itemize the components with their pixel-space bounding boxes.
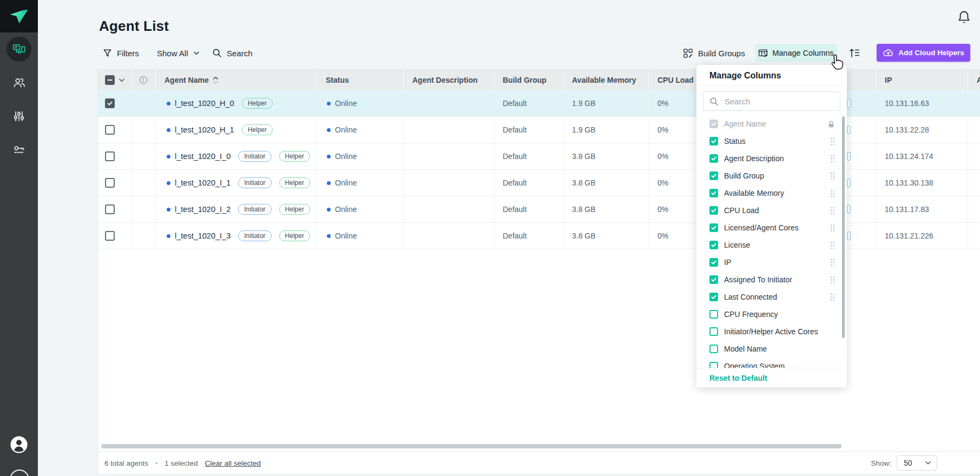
horizontal-scrollbar[interactable] [101,444,841,448]
badge-helper: Helper [242,98,273,109]
popup-item-label: Licensed/Agent Cores [724,223,824,232]
row-checkbox[interactable] [105,204,115,214]
row-checkbox[interactable] [105,178,115,188]
popup-column-list: Agent NameStatusAgent DescriptionBuild G… [696,115,847,368]
page-size-select[interactable]: 50 [897,455,937,471]
license-pill-fragment [847,205,851,214]
sidebar-item-settings[interactable] [0,100,38,133]
show-all-dropdown[interactable]: Show All [157,42,200,64]
cell-mem: 1.9 GB [563,90,649,116]
column-label-status: Status [326,76,349,84]
column-header-assigned: A [968,70,980,90]
clear-all-selected-link[interactable]: Clear all selected [205,459,261,467]
incredibuild-logo[interactable] [0,0,38,32]
drag-handle-icon[interactable] [830,189,835,197]
column-header-name[interactable]: Agent Name [156,70,317,90]
cell-select [98,170,131,196]
settings-icon [12,110,25,123]
reset-to-default-link[interactable]: Reset to Default [696,368,847,387]
select-menu-chevron-icon[interactable] [119,78,125,83]
column-header-alert [131,70,156,90]
popup-item-label: Assigned To Initiator [724,275,824,284]
agent-name: l_test_1020_H_1 [175,125,234,134]
user-avatar-icon[interactable] [10,435,28,454]
cell-desc [404,170,494,196]
sort-order-button[interactable] [849,47,861,60]
popup-item-label: Available Memory [724,189,824,197]
drag-handle-icon[interactable] [830,241,835,249]
logo-mark-icon [8,8,30,25]
column-label-cpu: CPU Load [657,76,694,84]
build-text: Default [503,152,527,161]
select-all-checkbox[interactable] [105,75,115,85]
table-row[interactable]: l_test_1020_I_0InitiatorHelperOnlineDefa… [98,143,980,170]
drag-handle-icon[interactable] [830,259,835,267]
table-row[interactable]: l_test_1020_I_2InitiatorHelperOnlineDefa… [98,196,980,223]
column-header-mem: Available Memory [563,70,649,90]
cell-select [98,223,131,249]
sidebar-item-users[interactable] [0,66,38,100]
row-checkbox[interactable] [105,98,115,108]
popup-checkbox[interactable] [709,137,718,146]
table-row[interactable]: l_test_1020_I_1InitiatorHelperOnlineDefa… [98,170,980,196]
status-text: Online [335,99,357,108]
table-row[interactable]: l_test_1020_H_1HelperOnlineDefault1.9 GB… [98,117,980,143]
popup-item: License [696,236,847,254]
popup-search-input[interactable] [724,96,840,107]
popup-checkbox[interactable] [709,345,718,353]
drag-handle-icon[interactable] [830,207,835,215]
table-body: l_test_1020_H_0HelperOnlineDefault1.9 GB… [98,90,980,249]
cell-select [98,196,131,222]
popup-checkbox[interactable] [709,258,718,267]
popup-scrollbar[interactable] [842,116,845,338]
agent-status-dot [167,128,170,132]
popup-checkbox[interactable] [709,154,718,163]
agents-icon [12,43,26,56]
popup-checkbox[interactable] [709,223,718,232]
popup-checkbox[interactable] [709,241,718,249]
popup-checkbox[interactable] [709,327,718,336]
build-groups-icon [683,48,693,58]
drag-handle-icon[interactable] [830,155,835,163]
filters-label: Filters [117,49,139,58]
sidebar-item-agents[interactable] [0,32,38,66]
total-agents-label: 6 total agents [104,459,148,467]
cell-assigned [968,170,980,196]
popup-checkbox[interactable] [709,206,718,215]
row-checkbox[interactable] [105,125,115,135]
drag-handle-icon[interactable] [830,172,835,180]
row-checkbox[interactable] [105,151,115,161]
popup-checkbox[interactable] [709,293,718,301]
build-text: Default [503,125,527,134]
drag-handle-icon[interactable] [830,224,835,232]
popup-checkbox[interactable] [709,310,718,319]
manage-columns-popup: Manage Columns Agent NameStatusAgent Des… [696,65,847,387]
cell-build: Default [494,170,563,196]
cell-desc [404,196,494,222]
bell-icon[interactable] [957,10,972,26]
popup-checkbox[interactable] [709,189,718,197]
build-groups-button[interactable]: Build Groups [683,42,745,64]
drag-handle-icon[interactable] [830,276,835,284]
table-row[interactable]: l_test_1020_H_0HelperOnlineDefault1.9 GB… [98,90,980,117]
popup-item-label: Build Group [724,171,824,180]
sidebar-nav [0,32,38,167]
users-icon [12,76,26,89]
status-text: Online [335,205,357,214]
drag-handle-icon[interactable] [830,293,835,301]
sidebar-item-license[interactable] [0,133,38,167]
search-button[interactable]: Search [212,42,253,64]
drag-handle-icon[interactable] [830,137,835,146]
popup-item-label: License [724,241,824,249]
cell-build: Default [494,117,563,143]
manage-columns-button[interactable]: Manage Columns [755,44,837,62]
popup-checkbox[interactable] [709,275,718,284]
filters-button[interactable]: Filters [103,42,139,64]
table-row[interactable]: l_test_1020_I_3InitiatorHelperOnlineDefa… [98,223,980,249]
sort-order-icon [849,47,860,59]
popup-checkbox[interactable] [709,171,718,180]
sort-arrows-icon[interactable] [213,76,219,84]
row-checkbox[interactable] [105,231,115,241]
add-cloud-helpers-button[interactable]: Add Cloud Helpers [877,44,970,62]
popup-search-box[interactable] [703,91,840,111]
